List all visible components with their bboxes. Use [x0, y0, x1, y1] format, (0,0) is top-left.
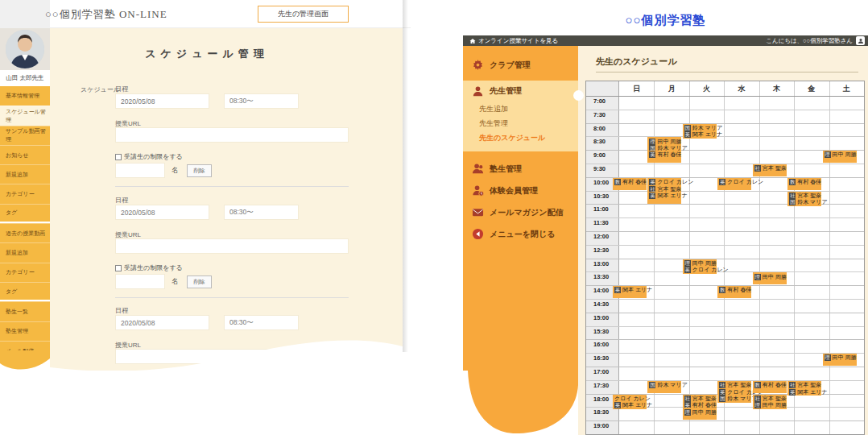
date-label: 日程 [115, 306, 128, 315]
schedule-form-area: スケジュール管理 スケジュール 日程授業URL受講生の制限をする名削除日程授業U… [50, 28, 403, 371]
date-input[interactable] [115, 93, 209, 109]
lesson-line: 理田中 周勝 [825, 354, 856, 362]
student-name: 有村 春佳 [727, 286, 751, 294]
nav-subitem-1-2[interactable]: 先生のスケジュール [463, 130, 578, 145]
subject-badge: 数 [789, 179, 796, 185]
delete-button[interactable]: 削除 [187, 164, 212, 177]
mail-icon [472, 206, 484, 218]
sidebar-item-0[interactable]: 基本情報管理 [0, 86, 50, 106]
lesson-event-6[interactable]: 英クロイ カレン社宮本 聖奈 [647, 178, 681, 193]
teacher-admin-button[interactable]: 先生の管理画面 [258, 6, 349, 23]
subject-badge: 社 [754, 165, 761, 172]
lesson-event-5[interactable]: 数有村 春佳 [613, 178, 647, 190]
sidebar-item-12[interactable]: 塾生管理 [0, 321, 50, 341]
weekly-schedule-grid: 日月火水木金土7:007:308:008:309:009:3010:0010:3… [585, 81, 865, 435]
lesson-event-23[interactable]: 社宮本 聖奈理田中 周勝 [753, 395, 787, 409]
lesson-event-9[interactable]: 英関本 エリナ [647, 192, 681, 204]
nav-item-4[interactable]: メールマガジン配信 [463, 201, 578, 223]
sidebar-item-6[interactable]: タグ [0, 204, 50, 223]
student-name: 鈴木 マリア [657, 381, 687, 389]
lesson-event-22[interactable]: 理田中 周勝 [683, 408, 717, 420]
sidebar-item-7[interactable]: 過去の授業動画 [0, 223, 50, 242]
time-input[interactable] [224, 315, 299, 330]
lesson-event-15[interactable]: 理田中 周勝 [823, 354, 857, 366]
lesson-event-12[interactable]: 理田中 周勝 [753, 272, 787, 284]
nav-item-label: 体験会員管理 [490, 185, 538, 197]
restrict-students-checkbox[interactable]: 受講生の制限をする [115, 263, 183, 272]
sidebar-item-9[interactable]: カテゴリー [0, 263, 50, 282]
nav-subitem-1-0[interactable]: 先生追加 [463, 102, 578, 116]
lesson-line: 理田中 周勝 [754, 402, 786, 409]
nav-item-label: 塾生管理 [490, 164, 522, 175]
topbar: オンライン授業サイトを見る こんにちは、○○個別学習塾さん [463, 35, 868, 46]
sidebar-item-8[interactable]: 新規追加 [0, 242, 50, 262]
lesson-event-0[interactable]: 国鈴木 マリア英関本 エリナ [683, 124, 717, 139]
lesson-event-14[interactable]: 数有村 春佳 [717, 286, 751, 298]
block-divider [115, 186, 349, 187]
nav-item-3[interactable]: 体験会員管理 [463, 180, 578, 201]
lesson-event-18[interactable]: 数有村 春佳 [753, 381, 787, 393]
student-count-input[interactable] [115, 274, 165, 289]
lesson-url-input[interactable] [115, 238, 349, 254]
close-menu-icon [472, 228, 484, 240]
left-header: ○○個別学習塾 ON-LINE 先生の管理画面 [0, 0, 411, 28]
sidebar-item-11[interactable]: 塾生一覧 [0, 301, 50, 321]
topbar-right: こんにちは、○○個別学習塾さん [766, 35, 865, 46]
student-name: 田中 周勝 [763, 401, 787, 409]
school-admin-window: ○○個別学習塾 オンライン授業サイトを見る こんにちは、○○個別学習塾さん 先生… [463, 0, 868, 435]
lesson-event-10[interactable]: 社宮本 聖奈国鈴木 マリア [787, 192, 821, 206]
subject-badge: 数 [754, 382, 761, 388]
schedule-content: 先生のスケジュール 日月火水木金土7:007:308:008:309:009:3… [578, 46, 868, 435]
lesson-event-11[interactable]: 理田中 周勝英クロイ カレン [683, 259, 717, 274]
nav-subitem-1-1[interactable]: 先生管理 [463, 116, 578, 130]
lesson-line: 英関本 エリナ [789, 388, 820, 396]
time-label: 9:00 [593, 151, 606, 159]
student-name: 田中 周勝 [833, 151, 857, 159]
sidebar-item-4[interactable]: 新規追加 [0, 164, 50, 184]
sidebar-item-2[interactable]: サンプル動画管理 [0, 126, 50, 145]
sidebar-item-10[interactable]: タグ [0, 282, 50, 301]
student-name: 関本 エリナ [797, 388, 827, 396]
subject-badge: 国 [719, 396, 725, 402]
restrict-students-checkbox[interactable]: 受講生の制限をする [115, 152, 183, 161]
day-header-金: 金 [794, 81, 829, 96]
lesson-event-16[interactable]: 国鈴木 マリア [647, 381, 681, 393]
lesson-event-3[interactable]: 理田中 周勝 [823, 151, 857, 163]
lesson-event-19[interactable]: 社宮本 聖奈英関本 エリナ [787, 381, 821, 396]
lesson-event-2[interactable]: 英有村 春佳 [647, 151, 681, 163]
nav-item-0[interactable]: クラブ管理 [463, 54, 578, 76]
lesson-event-20[interactable]: クロイ カレン英関本 エリナ [613, 395, 647, 409]
time-label: 12:30 [593, 246, 609, 254]
student-count-input[interactable] [115, 163, 165, 178]
date-input[interactable] [115, 315, 209, 330]
lesson-event-4[interactable]: 社宮本 聖奈 [753, 164, 787, 176]
lesson-event-17[interactable]: 社宮本 聖奈英クロイ カレン国鈴木 マリア [717, 381, 751, 403]
sidebar-item-3[interactable]: お知らせ [0, 145, 50, 164]
sidebar-item-5[interactable]: カテゴリー [0, 184, 50, 203]
lesson-url-input[interactable] [115, 127, 349, 143]
lesson-line: 理田中 周勝 [684, 408, 716, 416]
lesson-event-21[interactable]: 社宮本 聖奈英有村 春佳 [683, 395, 717, 409]
lesson-line: 英クロイ カレン [719, 179, 750, 186]
lesson-event-1[interactable]: 理田中 周勝国鈴木 マリア [647, 137, 681, 151]
day-header-月: 月 [654, 81, 688, 96]
time-input[interactable] [224, 93, 299, 109]
lesson-event-8[interactable]: 数有村 春佳 [787, 178, 821, 190]
person-icon [472, 85, 484, 97]
lesson-line: 社宮本 聖奈 [754, 165, 786, 172]
nav-item-5[interactable]: メニューを閉じる [463, 223, 578, 245]
view-site-link[interactable]: オンライン授業サイトを見る [469, 35, 558, 46]
nav-item-1[interactable]: 先生管理 [463, 81, 578, 102]
date-input[interactable] [115, 205, 209, 220]
delete-button[interactable]: 削除 [187, 276, 212, 288]
student-name: クロイ カレン [727, 178, 763, 186]
time-input[interactable] [224, 205, 299, 220]
nav-item-2[interactable]: 塾生管理 [463, 158, 578, 180]
lesson-event-13[interactable]: 英関本 エリナ [613, 286, 647, 298]
lesson-event-7[interactable]: 英クロイ カレン [717, 178, 751, 190]
subject-badge: 英 [789, 389, 796, 396]
time-label: 18:30 [593, 408, 609, 416]
user-account-icon[interactable] [856, 36, 865, 45]
content-bottom-wave [50, 330, 403, 399]
sidebar-item-1[interactable]: スケジュール管理 [0, 106, 50, 125]
